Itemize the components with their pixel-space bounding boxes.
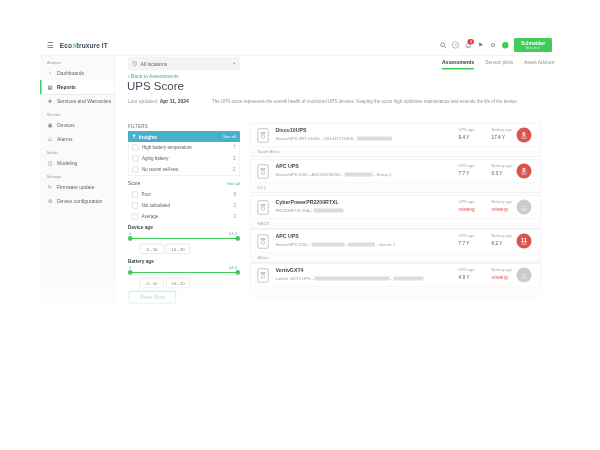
checkbox[interactable] <box>133 145 139 151</box>
filter-label: No recent self-test <box>142 167 179 172</box>
battery-age-slider-handle-max[interactable] <box>236 270 241 275</box>
location-filter-dropdown[interactable]: All locations ▾ <box>128 57 240 70</box>
sidebar-item-services-warranties[interactable]: ❖ Services and Warranties <box>40 94 115 108</box>
sidebar-nav: Analyze ◔ Dashboards ▤ Reports ❖ Service… <box>40 55 115 313</box>
device-age-range-10-20-button[interactable]: 10 - 20 <box>166 244 190 254</box>
tab-sensor-plots[interactable]: Sensor plots <box>485 59 513 70</box>
device-group: - Group 1 <box>373 172 391 177</box>
devices-icon: ▣ <box>47 122 53 128</box>
sidebar-item-reports[interactable]: ▤ Reports <box>40 80 115 94</box>
sidebar-item-modeling[interactable]: ◫ Modeling <box>40 156 115 170</box>
battery-age-label: Battery age <box>492 128 512 133</box>
device-age-max: 54.3 <box>229 231 237 236</box>
sidebar-item-firmware-update[interactable]: ↻ Firmware update <box>40 180 115 194</box>
device-card-body: Disco10UPS Smart-UPS SRT 10000 - QS14471… <box>251 124 541 147</box>
sidebar-section-manage: Manage <box>40 170 115 180</box>
device-model-serial: Liebert GXT4 UPS - <box>276 276 314 281</box>
ups-age-label: UPS age <box>459 234 475 239</box>
device-card-apc-ups-2[interactable]: APC UPS Smart-UPS 2200 - - - Server 1 UP… <box>250 229 541 263</box>
battery-age-slider-track[interactable] <box>130 272 238 273</box>
filter-count: 2 <box>233 214 236 219</box>
device-card-body: VertivGXT4 Liebert GXT4 UPS - - UPS age … <box>251 264 541 287</box>
device-model-serial: Smart-UPS 2200 - <box>276 242 311 247</box>
device-name[interactable]: APC UPS <box>276 233 299 239</box>
score-value: -- <box>522 202 526 208</box>
back-to-assessments-link[interactable]: ‹ Back to Assessments <box>128 73 179 79</box>
tab-assessments[interactable]: Assessments <box>442 59 474 70</box>
page-title: UPS Score <box>127 79 184 93</box>
filter-label: High battery temperature <box>142 145 192 150</box>
hamburger-menu-icon[interactable]: ☰ <box>47 41 54 50</box>
sidebar-item-dashboards[interactable]: ◔ Dashboards <box>40 66 115 80</box>
filters-title: FILTERS <box>128 124 148 129</box>
device-model-serial: Smart-UPS 2200 - AS1335230260 - <box>276 172 344 177</box>
notifications-bell-icon[interactable]: 4 <box>465 42 472 49</box>
battery-age-range-10-20-button[interactable]: 10 - 20 <box>166 278 190 288</box>
ups-age-column: UPS age 7.7 Y <box>459 234 475 246</box>
battery-age-slider-handle-min[interactable] <box>128 270 133 275</box>
battery-age-column: Battery age 17.4 Y <box>492 128 512 140</box>
device-name[interactable]: VertivGXT4 <box>276 267 304 273</box>
sidebar-item-label: Firmware update <box>57 184 95 190</box>
battery-age-label: Battery age <box>492 268 512 273</box>
device-model-serial: Smart-UPS SRT 10000 - QS1447172406 - <box>276 136 356 141</box>
ups-age-column: UPS age 7.7 Y <box>459 164 475 176</box>
brand-rest: truxure IT <box>77 41 108 49</box>
checkbox[interactable] <box>132 214 138 220</box>
score-badge: 6 /100 <box>517 128 532 143</box>
checkbox[interactable] <box>133 167 139 173</box>
help-icon[interactable]: ? <box>452 42 459 49</box>
filter-count: 2 <box>233 167 236 172</box>
filter-label: Poor <box>142 192 152 197</box>
sidebar-item-devices[interactable]: ▣ Devices <box>40 118 115 132</box>
battery-age-range-0-10-button[interactable]: 0 - 10 <box>140 278 164 288</box>
filter-count: 2 <box>233 203 236 208</box>
device-card-cyberpower[interactable]: CyberPowerPR2200RTXL PR2200RTXL2UA - UPS… <box>250 195 541 229</box>
checkbox[interactable] <box>132 192 138 198</box>
checkbox[interactable] <box>133 156 139 162</box>
device-name[interactable]: Disco10UPS <box>276 127 307 133</box>
tab-asset-advisor[interactable]: Asset Advisor <box>524 59 554 70</box>
insights-see-all-link[interactable]: See all <box>223 134 236 139</box>
device-age-slider-track[interactable] <box>130 238 238 239</box>
device-name[interactable]: APC UPS <box>276 163 299 169</box>
device-card-vertivgxt4[interactable]: VertivGXT4 Liebert GXT4 UPS - - UPS age … <box>250 263 541 297</box>
device-name[interactable]: CyberPowerPR2200RTXL <box>276 199 339 205</box>
redacted-text <box>344 172 372 176</box>
reset-filters-button[interactable]: Reset filters <box>129 291 176 304</box>
sidebar-item-device-configuration[interactable]: ⚙ Device configuration <box>40 194 115 208</box>
sidebar-item-label: Modeling <box>57 160 77 166</box>
settings-gear-icon[interactable]: ⚙ <box>490 42 497 49</box>
sidebar-item-alarms[interactable]: ⚠ Alarms <box>40 132 115 146</box>
user-avatar[interactable] <box>502 42 509 49</box>
ups-age-value: 7.7 Y <box>459 240 475 246</box>
search-icon[interactable] <box>440 42 447 49</box>
checkbox[interactable] <box>132 203 138 209</box>
device-location: DC1 <box>251 183 541 193</box>
score-badge-not-calculated: -- /100 <box>517 268 532 283</box>
ups-age-label: UPS age <box>459 200 475 205</box>
sidebar-item-label: Reports <box>57 84 76 90</box>
device-card-disco10ups[interactable]: Disco10UPS Smart-UPS SRT 10000 - QS14471… <box>250 123 541 157</box>
battery-age-label: Battery age <box>128 258 154 264</box>
device-age-range-0-10-button[interactable]: 0 - 10 <box>140 244 164 254</box>
device-subtitle: Smart-UPS 2200 - AS1335230260 - - Group … <box>276 172 392 177</box>
firmware-update-icon: ↻ <box>47 184 53 190</box>
device-age-slider-handle-min[interactable] <box>128 236 133 241</box>
logo-line2: Electric <box>526 46 540 49</box>
device-card-apc-ups-1[interactable]: APC UPS Smart-UPS 2200 - AS1335230260 - … <box>250 159 541 193</box>
score-see-all-link[interactable]: See all <box>227 180 240 185</box>
device-group: - Server 1 <box>376 242 395 247</box>
ups-age-value: 9.4 Y <box>459 134 475 140</box>
last-updated: Last updated: Apr 11, 2024 <box>128 98 189 104</box>
modeling-icon: ◫ <box>47 160 53 166</box>
insights-filter-header[interactable]: Insights See all <box>128 131 240 142</box>
score-denominator: /100 <box>521 243 526 246</box>
ups-device-icon <box>258 129 269 143</box>
battery-age-column: Battery age missing <box>492 200 512 212</box>
device-age-slider-handle-max[interactable] <box>236 236 241 241</box>
feedback-flag-icon[interactable]: ⚑ <box>477 42 484 49</box>
score-denominator: /100 <box>521 173 526 176</box>
dashboard-icon: ◔ <box>47 70 53 76</box>
score-value: 8 <box>522 166 525 172</box>
